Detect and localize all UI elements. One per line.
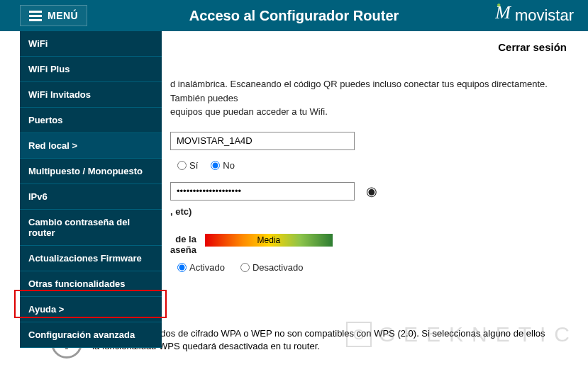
- sidebar-item-red-local[interactable]: Red local >: [20, 133, 162, 159]
- header-bar: MENÚ Acceso al Configurador Router M● mo…: [0, 0, 588, 31]
- hide-ssid-radios: Sí No: [177, 160, 567, 171]
- password-row: ◉: [170, 182, 567, 201]
- sidebar-item-puertos[interactable]: Puertos: [20, 108, 162, 133]
- logout-link[interactable]: Cerrar sesión: [498, 41, 567, 53]
- sidebar-item-ipv6[interactable]: IPv6: [20, 184, 162, 210]
- ssid-row: [170, 132, 567, 150]
- radio-no[interactable]: No: [211, 160, 235, 171]
- sidebar-item-ayuda[interactable]: Ayuda >: [20, 297, 162, 322]
- radio-desactivado[interactable]: Desactivado: [240, 262, 304, 273]
- sidebar-item-otras[interactable]: Otras funcionalidades: [20, 271, 162, 297]
- brand-logo: M● movistar: [495, 5, 574, 26]
- etc-label: , etc): [170, 206, 567, 217]
- sidebar-item-wifi[interactable]: WiFi: [20, 31, 162, 57]
- wps-radios: Activado Desactivado: [177, 262, 567, 273]
- menu-button[interactable]: MENÚ: [20, 5, 87, 26]
- sidebar-item-config-avanzada[interactable]: Configuración avanzada: [20, 322, 162, 348]
- strength-label: de la aseña: [170, 234, 196, 255]
- ssid-input[interactable]: [170, 132, 355, 150]
- brand-m-icon: M●: [495, 2, 511, 23]
- menu-label: MENÚ: [48, 10, 78, 21]
- sidebar-item-actualizaciones[interactable]: Actualizaciones Firmware: [20, 246, 162, 271]
- sidebar-menu: WiFi WiFi Plus WiFi Invitados Puertos Re…: [20, 31, 162, 348]
- sidebar-item-wifi-plus[interactable]: WiFi Plus: [20, 57, 162, 82]
- eye-icon[interactable]: ◉: [366, 184, 377, 199]
- radio-si[interactable]: Sí: [177, 160, 198, 171]
- description-text: d inalámbrica. Escaneando el código QR p…: [170, 77, 567, 119]
- sidebar-item-multipuesto[interactable]: Multipuesto / Monopuesto: [20, 159, 162, 184]
- hamburger-icon: [29, 11, 42, 21]
- brand-text: movistar: [515, 6, 574, 25]
- password-input[interactable]: [170, 182, 355, 201]
- page-title: Acceso al Configurador Router: [189, 8, 399, 24]
- radio-activado[interactable]: Activado: [177, 262, 225, 273]
- sidebar-item-cambio-contrasena[interactable]: Cambio contraseña del router: [20, 210, 162, 246]
- sidebar-item-wifi-invitados[interactable]: WiFi Invitados: [20, 82, 162, 108]
- strength-bar: Media: [205, 234, 333, 247]
- strength-section: de la aseña Media: [170, 234, 567, 255]
